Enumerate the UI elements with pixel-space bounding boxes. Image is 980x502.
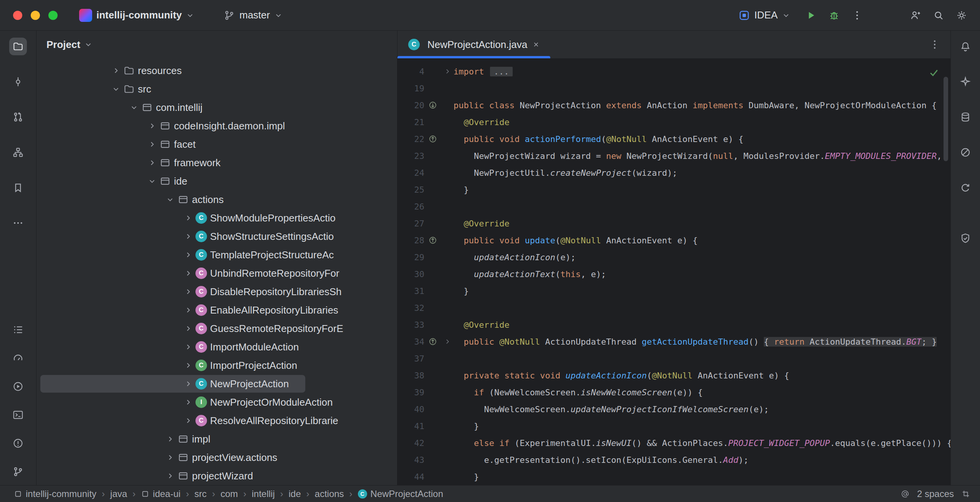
ai-assistant-button[interactable] (957, 73, 974, 91)
terminal-button[interactable] (9, 406, 27, 424)
tree-item[interactable]: INewProjectOrModuleAction (36, 393, 397, 411)
tree-item[interactable]: CImportModuleAction (36, 338, 397, 356)
run-configuration-widget[interactable]: IDEA (734, 6, 795, 24)
chevron-right-icon[interactable] (146, 119, 159, 132)
close-icon[interactable] (532, 40, 540, 49)
chevron-right-icon[interactable] (109, 64, 122, 77)
tree-item[interactable]: CNewProjectAction (36, 375, 397, 393)
tree-item[interactable]: CResolveAllRepositoryLibrarie (36, 411, 397, 430)
editor-tab[interactable]: C NewProjectAction.java (397, 31, 550, 58)
more-actions-button[interactable] (849, 7, 866, 24)
tab-options-icon[interactable] (929, 39, 940, 50)
tree-item[interactable]: actions (36, 190, 397, 209)
notifications-button[interactable] (957, 38, 974, 55)
tree-item[interactable]: framework (36, 154, 397, 172)
services-button[interactable] (9, 378, 27, 395)
project-widget[interactable]: intellij-community (74, 6, 199, 25)
branch-widget[interactable]: master (219, 6, 287, 24)
chevron-right-icon[interactable] (182, 340, 195, 353)
inspections-status[interactable] (928, 67, 940, 80)
problems-button[interactable] (9, 434, 27, 452)
chevron-right-icon[interactable] (182, 304, 195, 317)
chevron-right-icon[interactable] (182, 414, 195, 427)
tree-item[interactable]: projectWizard (36, 467, 397, 485)
tree-item[interactable]: resources (36, 61, 397, 80)
chevron-down-icon[interactable] (109, 83, 122, 96)
breadcrumb-item[interactable]: src (194, 489, 207, 499)
tree-item[interactable]: CEnableAllRepositoryLibraries (36, 301, 397, 319)
version-control-button[interactable] (9, 463, 27, 481)
tree-item[interactable]: CImportProjectAction (36, 356, 397, 375)
indent-status[interactable]: 2 spaces (917, 489, 954, 499)
breadcrumb-item[interactable]: java (110, 489, 127, 499)
bookmarks-button[interactable] (9, 179, 27, 197)
chevron-right-icon[interactable] (182, 230, 195, 243)
database-button[interactable] (957, 108, 974, 126)
build-button[interactable] (957, 179, 974, 197)
commit-button[interactable] (9, 73, 27, 91)
breadcrumb-item[interactable]: intellij-community (14, 489, 96, 499)
tree-item[interactable]: CTemplateProjectStructureAc (36, 246, 397, 264)
chevron-right-icon[interactable] (146, 138, 159, 151)
chevron-right-icon[interactable] (182, 377, 195, 390)
overrides-icon[interactable] (428, 236, 437, 245)
chevron-right-icon[interactable] (182, 267, 195, 280)
chevron-right-icon[interactable] (182, 322, 195, 335)
overrides-icon[interactable] (428, 134, 437, 144)
tree-item[interactable]: CShowStructureSettingsActio (36, 227, 397, 246)
tree-item[interactable]: ide (36, 172, 397, 190)
breadcrumb-item[interactable]: ide (289, 489, 301, 499)
chevron-right-icon[interactable] (164, 433, 177, 446)
overrides-icon[interactable] (428, 337, 437, 346)
tree-item[interactable]: CUnbindRemoteRepositoryFor (36, 264, 397, 282)
tree-item[interactable]: impl (36, 430, 397, 448)
search-everywhere-button[interactable] (930, 7, 947, 24)
tree-item[interactable]: projectView.actions (36, 448, 397, 467)
tree-item[interactable]: com.intellij (36, 98, 397, 117)
project-panel-header[interactable]: Project (36, 31, 397, 58)
fold-toggle[interactable] (441, 338, 454, 345)
breadcrumb-item[interactable]: com (220, 489, 238, 499)
profiler-button[interactable] (9, 349, 27, 367)
window-zoom-button[interactable] (48, 11, 58, 20)
chevron-right-icon[interactable] (182, 396, 195, 409)
window-close-button[interactable] (13, 11, 22, 20)
project-button[interactable] (9, 38, 27, 55)
chevron-down-icon[interactable] (164, 193, 177, 206)
overridden-icon[interactable] (428, 101, 437, 110)
run-button[interactable] (803, 7, 819, 24)
tree-item[interactable]: src (36, 80, 397, 98)
more-tools-button[interactable] (9, 214, 27, 232)
chevron-right-icon[interactable] (164, 451, 177, 464)
tree-item[interactable]: CDisableRepositoryLibrariesSh (36, 282, 397, 301)
tree-item[interactable]: codeInsight.daemon.impl (36, 117, 397, 135)
chevron-right-icon[interactable] (182, 211, 195, 225)
pull-requests-button[interactable] (9, 108, 27, 126)
breadcrumb-item[interactable]: CNewProjectAction (358, 489, 443, 499)
window-minimize-button[interactable] (31, 11, 40, 20)
chevron-right-icon[interactable] (182, 248, 195, 261)
crop-marks-icon[interactable] (962, 490, 970, 498)
debug-button[interactable] (826, 7, 843, 24)
breadcrumb-item[interactable]: intellij (252, 489, 275, 499)
at-icon[interactable] (901, 490, 909, 498)
breadcrumb-item[interactable]: actions (315, 489, 344, 499)
code-area[interactable]: 4import ...1920public class NewProjectAc… (397, 58, 950, 485)
qodana-button[interactable] (957, 230, 974, 247)
tree-item[interactable]: facet (36, 135, 397, 154)
tree-item[interactable]: CShowModulePropertiesActio (36, 209, 397, 227)
chevron-right-icon[interactable] (182, 285, 195, 298)
chevron-down-icon[interactable] (146, 175, 159, 188)
chevron-right-icon[interactable] (164, 469, 177, 482)
fold-toggle[interactable] (441, 68, 454, 75)
chevron-right-icon[interactable] (146, 156, 159, 169)
editor-scrollbar[interactable] (944, 77, 948, 161)
chevron-right-icon[interactable] (182, 359, 195, 372)
tree-item[interactable]: CGuessRemoteRepositoryForE (36, 319, 397, 338)
settings-button[interactable] (953, 7, 970, 24)
coverage-button[interactable] (957, 144, 974, 161)
code-with-me-button[interactable] (907, 7, 924, 24)
chevron-down-icon[interactable] (127, 101, 141, 114)
todo-button[interactable] (9, 321, 27, 339)
breadcrumb-item[interactable]: idea-ui (141, 489, 180, 499)
